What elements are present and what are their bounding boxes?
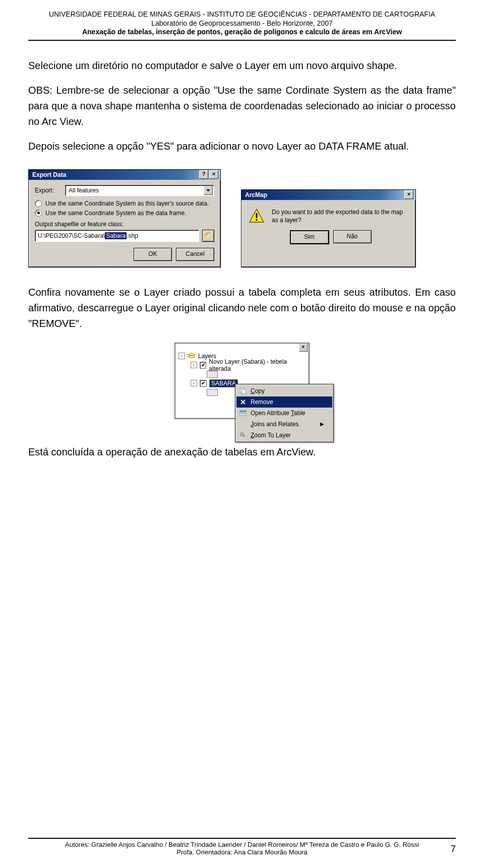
radio2-label: Use the same Coordinate System as the da… xyxy=(45,210,186,217)
remove-icon xyxy=(238,398,248,406)
msgbox-title: ArcMap xyxy=(244,191,403,198)
svg-rect-2 xyxy=(256,219,258,221)
submenu-arrow-icon: ▶ xyxy=(320,421,324,427)
no-button[interactable]: Não xyxy=(333,230,372,243)
svg-rect-4 xyxy=(242,389,246,394)
toc-layer-1[interactable]: - Novo Layer (Sabará) - tebela alterada xyxy=(176,361,308,370)
help-button[interactable]: ? xyxy=(199,170,208,179)
export-data-titlebar[interactable]: Export Data ? × xyxy=(29,170,220,180)
footer-authors: Autores: Grazielle Anjos Carvalho / Beat… xyxy=(28,841,456,848)
symbol-swatch-icon xyxy=(207,389,218,396)
checkbox-checked-icon[interactable] xyxy=(200,362,207,369)
export-label: Export: xyxy=(35,187,65,194)
collapse-icon[interactable]: - xyxy=(191,362,197,368)
paragraph-3: Depois selecione a opção "YES" para adic… xyxy=(28,139,456,154)
menu-open-attribute-table[interactable]: Open Attribute Table xyxy=(236,408,332,419)
output-label: Output shapefile or feature class: xyxy=(35,221,214,228)
menu-joins-label: Joins and Relates xyxy=(251,421,298,428)
paragraph-4: Confira novamente se o Layer criado poss… xyxy=(28,285,456,331)
yes-button[interactable]: Sim xyxy=(290,230,329,244)
paragraph-5: Está concluída a operação de anexação de… xyxy=(28,444,456,460)
toc-layer1-label: Novo Layer (Sabará) - tebela alterada xyxy=(209,358,308,372)
document-header: UNIVERSIDADE FEDERAL DE MINAS GERAIS - I… xyxy=(28,10,456,37)
paragraph-2: OBS: Lembre-se de selecionar a opção "Us… xyxy=(28,83,456,129)
figure-toc-contextmenu: × - Layers - Novo Layer (Sabará) - tebel… xyxy=(28,343,456,419)
close-button[interactable]: × xyxy=(209,170,218,179)
menu-remove-label: Remove xyxy=(251,398,273,406)
symbol-swatch-icon xyxy=(207,371,218,378)
header-line-3: Anexação de tabelas, inserção de pontos,… xyxy=(28,28,456,37)
menu-remove[interactable]: Remove xyxy=(236,396,332,408)
menu-copy[interactable]: Copy xyxy=(236,385,332,396)
msgbox-text: Do you want to add the exported data to … xyxy=(272,208,409,224)
chevron-down-icon[interactable] xyxy=(204,186,213,195)
path-prefix: U:\PEG2007\SC-Sabara\ xyxy=(38,232,105,239)
zoom-icon xyxy=(238,432,248,439)
svg-rect-1 xyxy=(256,213,258,218)
export-data-title: Export Data xyxy=(31,171,198,178)
svg-rect-12 xyxy=(240,411,246,412)
menu-copy-label: Copy xyxy=(251,387,265,394)
radio1-label: Use the same Coordinate System as this l… xyxy=(45,200,209,207)
radio-data-frame[interactable]: Use the same Coordinate System as the da… xyxy=(35,210,214,217)
path-selected: Sabara xyxy=(105,232,127,239)
layers-icon xyxy=(188,353,196,360)
cancel-button[interactable]: Cancel xyxy=(176,248,214,261)
arcmap-messagebox: ArcMap × Do you want to add the exported… xyxy=(241,189,416,268)
toc-close-button[interactable]: × xyxy=(299,344,308,352)
header-divider xyxy=(28,40,456,41)
checkbox-checked-icon[interactable] xyxy=(200,380,207,387)
paragraph-1: Selecione um diretório no computador e s… xyxy=(28,58,456,74)
table-icon xyxy=(238,410,248,416)
menu-open-table-label: Open Attribute Table xyxy=(251,410,306,417)
radio-icon-unchecked xyxy=(35,200,42,207)
radio-icon-checked xyxy=(35,210,42,217)
export-select-value: All features xyxy=(69,187,99,194)
msgbox-close-button[interactable]: × xyxy=(404,190,413,199)
collapse-icon[interactable]: - xyxy=(178,353,185,359)
collapse-icon[interactable]: - xyxy=(191,380,197,386)
warning-icon xyxy=(249,208,265,224)
browse-button[interactable]: 📂 xyxy=(202,230,214,242)
header-line-2: Laboratório de Geoprocessamento - Belo H… xyxy=(28,19,456,28)
ok-button[interactable]: OK xyxy=(134,248,172,261)
context-menu: Copy Remove Open Attribute Table Jo xyxy=(235,384,334,442)
export-select[interactable]: All features xyxy=(65,185,214,196)
copy-icon xyxy=(238,387,248,394)
page-number: 7 xyxy=(451,844,456,854)
output-path-input[interactable]: U:\PEG2007\SC-Sabara\ Sabara .shp xyxy=(35,230,199,242)
radio-source-data[interactable]: Use the same Coordinate System as this l… xyxy=(35,200,214,207)
folder-icon: 📂 xyxy=(205,231,212,238)
path-suffix: .shp xyxy=(127,232,138,239)
document-footer: Autores: Grazielle Anjos Carvalho / Beat… xyxy=(28,838,456,856)
export-data-dialog: Export Data ? × Export: All features Use… xyxy=(28,169,221,268)
toc-layer2-label: SABARA xyxy=(209,379,238,387)
footer-orientadora: Profa. Orientadora: Ana Clara Mourão Mou… xyxy=(28,848,456,856)
msgbox-titlebar[interactable]: ArcMap × xyxy=(241,190,415,200)
header-line-1: UNIVERSIDADE FEDERAL DE MINAS GERAIS - I… xyxy=(28,10,456,19)
figure-export-dialogs: Export Data ? × Export: All features Use… xyxy=(28,169,456,268)
menu-zoom-label: Zoom To Layer xyxy=(251,432,291,439)
menu-joins-relates[interactable]: Joins and Relates ▶ xyxy=(236,419,332,430)
menu-zoom-to-layer[interactable]: Zoom To Layer xyxy=(236,430,332,441)
